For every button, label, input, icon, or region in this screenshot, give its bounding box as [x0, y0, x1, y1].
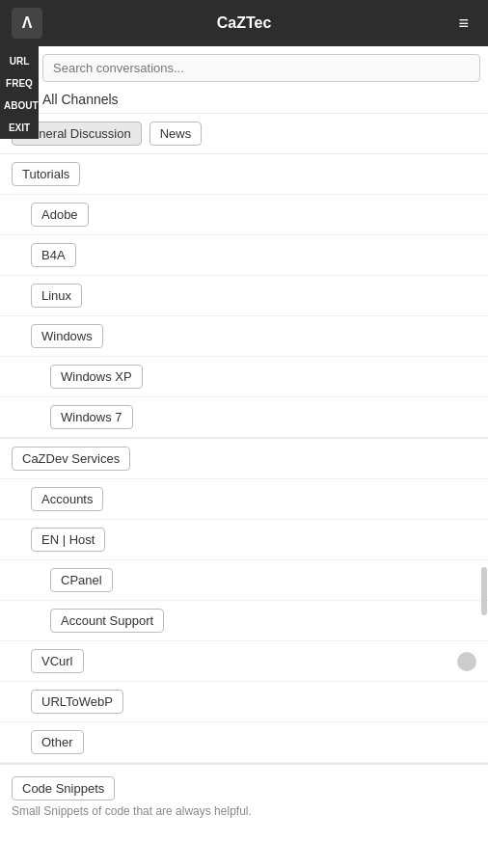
search-input[interactable]	[42, 54, 480, 82]
channel-adobe[interactable]: Adobe	[0, 195, 488, 235]
app-title: CaZTec	[217, 14, 272, 32]
channel-news[interactable]: News	[149, 122, 203, 146]
cazdev-badge[interactable]: CaZDev Services	[12, 447, 130, 471]
cazdev-section-header: CaZDev Services	[0, 439, 488, 479]
channel-windows[interactable]: Windows	[0, 316, 488, 357]
menu-button[interactable]: ≡	[450, 10, 476, 38]
nav-url[interactable]: URL	[0, 50, 39, 72]
app-header: Λ CaZTec ≡	[0, 0, 488, 46]
channel-b4a[interactable]: B4A	[0, 235, 488, 276]
scrollbar-thumb[interactable]	[481, 567, 487, 615]
app-logo: Λ	[12, 8, 42, 39]
channel-windows-xp[interactable]: Windows XP	[0, 357, 488, 397]
code-snippets-section: Code Snippets Small Snippets of code tha…	[0, 764, 488, 829]
tutorials-badge[interactable]: Tutorials	[12, 162, 80, 186]
tutorials-section-header: Tutorials	[0, 154, 488, 195]
channel-vcurl[interactable]: VCurl	[0, 641, 488, 682]
channel-urltowebp[interactable]: URLToWebP	[0, 682, 488, 722]
nav-exit[interactable]: EXIT	[0, 117, 39, 139]
vcurl-indicator	[457, 652, 476, 671]
channel-accounts[interactable]: Accounts	[0, 479, 488, 520]
main-content: All Channels General Discussion News Tut…	[0, 46, 488, 829]
nav-freq[interactable]: FREQ	[0, 72, 39, 95]
side-nav: URL FREQ ABOUT EXIT	[0, 46, 39, 139]
code-snippets-description: Small Snippets of code that are always h…	[12, 804, 476, 818]
channel-windows-7[interactable]: Windows 7	[0, 397, 488, 438]
channel-linux[interactable]: Linux	[0, 276, 488, 316]
channel-cpanel[interactable]: CPanel	[0, 560, 488, 601]
channel-en-host[interactable]: EN | Host	[0, 520, 488, 560]
logo-text: Λ	[22, 14, 33, 32]
code-snippets-badge[interactable]: Code Snippets	[12, 776, 115, 800]
all-channels-label: All Channels	[0, 86, 488, 114]
cazdev-services-section: CaZDev Services Accounts EN | Host CPane…	[0, 439, 488, 764]
channel-account-support[interactable]: Account Support	[0, 601, 488, 641]
hamburger-icon: ≡	[458, 14, 469, 33]
scrollbar-track	[480, 46, 488, 868]
nav-about[interactable]: ABOUT	[0, 95, 39, 117]
channel-other[interactable]: Other	[0, 722, 488, 763]
search-bar-wrap	[0, 46, 488, 86]
top-badges-row: General Discussion News	[0, 114, 488, 154]
tutorials-section: Tutorials Adobe B4A Linux Windows Window…	[0, 154, 488, 439]
